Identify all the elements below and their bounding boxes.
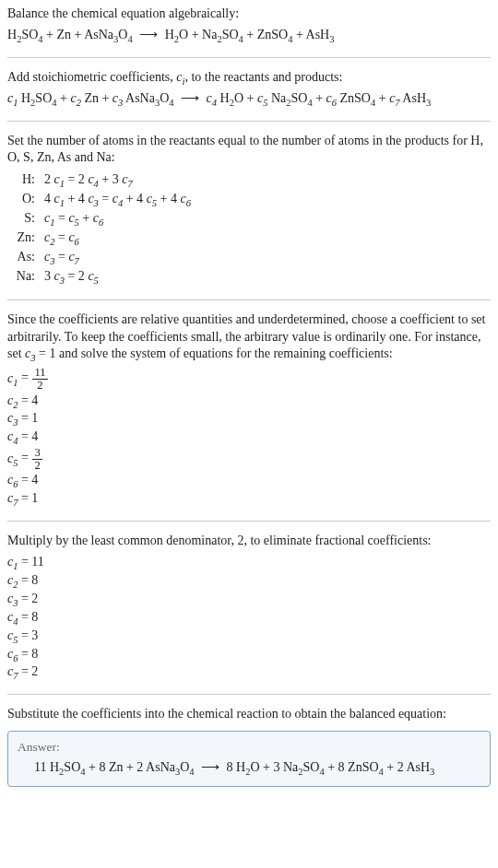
intro-text: Balance the chemical equation algebraica…: [7, 6, 491, 23]
atom-equation: c2 = c6: [41, 229, 196, 248]
solution-integer: c1 = 11c2 = 8c3 = 2c4 = 8c5 = 3c6 = 8c7 …: [7, 554, 491, 681]
species-asna3o4: AsNa3O4: [125, 91, 174, 105]
element-label: S:: [7, 209, 41, 229]
divider: [7, 121, 491, 122]
unbalanced-equation: H2SO4 + Zn + AsNa3O4 ⟶ H2O + Na2SO4 + Zn…: [7, 27, 491, 44]
element-label: H:: [7, 170, 41, 190]
underdet-suffix: = 1 and solve the system of equations fo…: [36, 346, 393, 360]
plus: +: [101, 91, 112, 105]
coeff-c6: c6: [326, 91, 337, 105]
atoms-intro: Set the number of atoms in the reactants…: [7, 133, 491, 168]
coeff-value: c5 = 3: [7, 628, 491, 645]
solution-fractional: c1 = 112c2 = 4c3 = 1c4 = 4c5 = 32c6 = 4c…: [7, 367, 491, 508]
atom-equation: c1 = c5 + c6: [41, 209, 196, 229]
stoich-text: Add stoichiometric coefficients, ci, to …: [7, 69, 491, 87]
species-ash3: AsH3: [402, 91, 431, 105]
plus: +: [75, 28, 85, 41]
coeff-value: c6 = 8: [7, 646, 491, 663]
atom-equation: 2 c1 = 2 c4 + 3 c7: [41, 170, 196, 190]
species-h2so4: H2SO4: [21, 91, 57, 105]
species-ash3: AsH3: [306, 28, 335, 41]
plus: +: [296, 28, 306, 41]
species-h2o: H2O: [220, 91, 244, 105]
plus: +: [379, 91, 389, 105]
coeff-value: c7 = 2: [7, 663, 491, 681]
element-label: O:: [7, 190, 41, 209]
coeff-value: c4 = 8: [7, 609, 491, 627]
divider: [7, 521, 491, 522]
atom-balance-table: H:2 c1 = 2 c4 + 3 c7O:4 c1 + 4 c3 = c4 +…: [7, 170, 196, 286]
element-label: Zn:: [7, 229, 41, 248]
atom-row: O:4 c1 + 4 c3 = c4 + 4 c5 + 4 c6: [7, 190, 196, 209]
element-label: Na:: [7, 267, 41, 287]
answer-label: Answer:: [18, 739, 480, 756]
coeff-value: c2 = 8: [7, 572, 491, 590]
atom-equation: 4 c1 + 4 c3 = c4 + 4 c5 + 4 c6: [41, 190, 196, 209]
species-na2so4: Na2SO4: [271, 91, 313, 105]
coeff-c4: c4: [207, 91, 217, 105]
plus: +: [246, 28, 256, 41]
coeff-value: c7 = 1: [7, 490, 491, 508]
stoich-prefix: Add stoichiometric coefficients,: [7, 70, 176, 84]
coeff-value: c5 = 32: [7, 447, 491, 471]
coeff-c5: c5: [257, 91, 267, 105]
atom-row: S:c1 = c5 + c6: [7, 209, 196, 229]
species-na2so4: Na2SO4: [202, 28, 243, 41]
plus: +: [315, 91, 326, 105]
coeff-value: c6 = 4: [7, 472, 491, 489]
c3-symbol: c3: [25, 346, 35, 360]
atom-row: As:c3 = c7: [7, 248, 196, 267]
plus: +: [46, 28, 56, 41]
arrow-icon: ⟶: [136, 28, 161, 41]
divider: [7, 57, 491, 58]
underdetermined-text: Since the coefficients are relative quan…: [7, 311, 491, 364]
atom-row: H:2 c1 = 2 c4 + 3 c7: [7, 170, 196, 190]
coeff-value: c3 = 1: [7, 410, 491, 428]
atom-row: Zn:c2 = c6: [7, 229, 196, 248]
arrow-icon: ⟶: [177, 91, 203, 105]
stoich-suffix: , to the reactants and products:: [184, 70, 342, 84]
answer-box: Answer: 11 H2SO4 + 8 Zn + 2 AsNa3O4 ⟶ 8 …: [7, 731, 491, 787]
species-h2o: H2O: [165, 28, 189, 41]
coeff-value: c4 = 4: [7, 428, 491, 446]
divider: [7, 694, 491, 695]
species-znso4: ZnSO4: [257, 28, 293, 41]
plus: +: [247, 91, 257, 105]
plus: +: [60, 91, 70, 105]
lcd-text: Multiply by the least common denominator…: [7, 533, 491, 550]
atom-equation: c3 = c7: [41, 248, 196, 267]
coeff-c1: c1: [7, 91, 18, 105]
final-intro: Substitute the coefficients into the che…: [7, 706, 491, 723]
arrow-icon: ⟶: [197, 760, 223, 774]
atom-row: Na:3 c3 = 2 c5: [7, 267, 196, 287]
coeff-equation: c1 H2SO4 + c2 Zn + c3 AsNa3O4 ⟶ c4 H2O +…: [7, 90, 491, 108]
species-h2so4: H2SO4: [7, 28, 43, 41]
page: Balance the chemical equation algebraica…: [0, 0, 498, 798]
coeff-c7: c7: [389, 91, 399, 105]
coeff-value: c2 = 4: [7, 393, 491, 410]
plus: +: [192, 28, 202, 41]
coeff-value: c3 = 2: [7, 591, 491, 608]
species-zn: Zn: [56, 28, 71, 41]
coeff-value: c1 = 11: [7, 554, 491, 571]
balanced-equation: 11 H2SO4 + 8 Zn + 2 AsNa3O4 ⟶ 8 H2O + 3 …: [18, 759, 480, 777]
species-asna3o4: AsNa3O4: [84, 28, 133, 41]
atom-equation: 3 c3 = 2 c5: [41, 267, 196, 287]
coeff-value: c1 = 112: [7, 367, 491, 391]
coeff-c2: c2: [70, 91, 80, 105]
divider: [7, 299, 491, 300]
element-label: As:: [7, 248, 41, 267]
species-znso4: ZnSO4: [340, 91, 376, 105]
species-zn: Zn: [84, 91, 99, 105]
coeff-c3: c3: [113, 91, 123, 105]
